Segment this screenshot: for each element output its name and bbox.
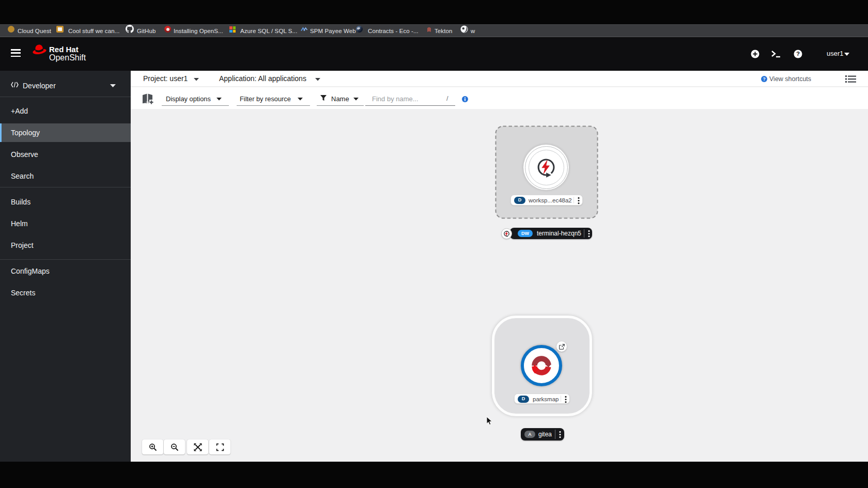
svg-text:?: ?	[763, 76, 765, 82]
svg-text:?: ?	[796, 51, 800, 57]
